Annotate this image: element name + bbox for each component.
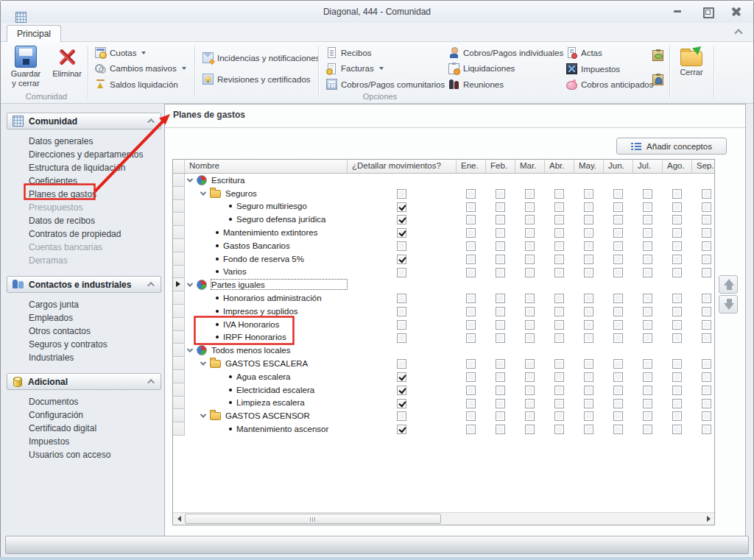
- month-checkbox-abr[interactable]: [554, 386, 564, 395]
- month-checkbox-abr[interactable]: [554, 294, 564, 303]
- month-checkbox-ago[interactable]: [672, 359, 682, 369]
- month-checkbox-ago[interactable]: [672, 268, 682, 277]
- month-checkbox-sep[interactable]: [702, 202, 711, 212]
- month-checkbox-jul[interactable]: [643, 202, 652, 212]
- month-checkbox-mar[interactable]: [525, 241, 535, 251]
- detallar-checkbox[interactable]: [397, 268, 406, 277]
- month-checkbox-feb[interactable]: [496, 255, 505, 264]
- recibos-button[interactable]: Recibos: [326, 47, 441, 58]
- grid-row-honorarios-administracion[interactable]: Honorarios administración: [173, 291, 714, 305]
- month-checkbox-jun[interactable]: [613, 411, 623, 421]
- sidebar-item-otros-contactos[interactable]: Otros contactos: [29, 325, 161, 338]
- cobros-anticipados-button[interactable]: Cobros anticipados: [566, 79, 649, 90]
- grid-row-electricidad-escalera[interactable]: Electricidad escalera: [173, 383, 714, 397]
- column-header-nombre[interactable]: Nombre: [185, 160, 348, 173]
- horizontal-scrollbar[interactable]: [173, 512, 714, 525]
- column-header-ene[interactable]: Ene.: [457, 160, 486, 173]
- chevron-up-icon[interactable]: [147, 282, 155, 289]
- month-checkbox-sep[interactable]: [702, 228, 711, 238]
- month-checkbox-ago[interactable]: [672, 411, 682, 421]
- month-checkbox-sep[interactable]: [702, 294, 711, 303]
- month-checkbox-feb[interactable]: [496, 189, 505, 199]
- facturas-button[interactable]: Facturas: [326, 63, 441, 74]
- month-checkbox-mar[interactable]: [525, 268, 535, 277]
- month-checkbox-jun[interactable]: [613, 359, 623, 369]
- cambios-masivos-button[interactable]: Cambios masivos: [95, 63, 194, 74]
- month-checkbox-jul[interactable]: [643, 411, 652, 421]
- row-indicator-cell[interactable]: [173, 357, 185, 370]
- month-checkbox-mar[interactable]: [525, 202, 535, 212]
- month-checkbox-may[interactable]: [584, 333, 593, 343]
- month-checkbox-mar[interactable]: [525, 386, 535, 395]
- detallar-checkbox[interactable]: [397, 359, 406, 369]
- month-checkbox-jun[interactable]: [613, 202, 623, 212]
- month-checkbox-jun[interactable]: [613, 372, 623, 382]
- month-checkbox-abr[interactable]: [554, 320, 564, 330]
- month-checkbox-jun[interactable]: [613, 320, 623, 330]
- impuestos-button[interactable]: Impuestos: [566, 63, 649, 74]
- grid-row-seguro-defensa-juridica[interactable]: Seguro defensa jurídica: [173, 213, 714, 226]
- detallar-checkbox[interactable]: [397, 425, 406, 434]
- row-indicator-cell[interactable]: [173, 252, 185, 266]
- month-checkbox-jul[interactable]: [643, 189, 652, 199]
- month-checkbox-jun[interactable]: [613, 307, 623, 316]
- row-indicator-cell[interactable]: [173, 278, 185, 291]
- scroll-left-button[interactable]: [173, 513, 185, 525]
- grid-row-todos-menos-locales[interactable]: Todos menos locales: [173, 344, 714, 357]
- month-checkbox-may[interactable]: [584, 228, 593, 238]
- month-checkbox-jun[interactable]: [613, 333, 623, 343]
- month-checkbox-feb[interactable]: [496, 307, 505, 316]
- month-checkbox-may[interactable]: [584, 268, 593, 277]
- month-checkbox-feb[interactable]: [496, 425, 505, 434]
- sidebar-item-seguros-y-contratos[interactable]: Seguros y contratos: [29, 338, 161, 351]
- row-indicator-cell[interactable]: [173, 383, 185, 397]
- month-checkbox-jul[interactable]: [643, 425, 652, 434]
- month-checkbox-sep[interactable]: [702, 255, 711, 264]
- sidebar-item-configuracion[interactable]: Configuración: [29, 408, 161, 422]
- month-checkbox-jul[interactable]: [643, 215, 652, 224]
- month-checkbox-jul[interactable]: [643, 294, 652, 303]
- month-checkbox-jun[interactable]: [613, 215, 623, 224]
- month-checkbox-mar[interactable]: [525, 333, 535, 343]
- month-checkbox-sep[interactable]: [702, 386, 711, 395]
- expander-icon[interactable]: [187, 176, 193, 182]
- sidebar-item-datos-de-recibos[interactable]: Datos de recibos: [29, 214, 161, 227]
- month-checkbox-ene[interactable]: [466, 307, 476, 316]
- month-checkbox-feb[interactable]: [496, 202, 505, 212]
- month-checkbox-mar[interactable]: [525, 255, 535, 264]
- detallar-checkbox[interactable]: [397, 411, 406, 421]
- detallar-checkbox[interactable]: [397, 215, 406, 224]
- grid-row-agua-escalera[interactable]: Agua escalera: [173, 370, 714, 383]
- month-checkbox-ene[interactable]: [466, 294, 476, 303]
- row-indicator-cell[interactable]: [173, 422, 185, 436]
- sidebar-item-planes-de-gastos[interactable]: Planes de gastos: [29, 188, 161, 201]
- month-checkbox-sep[interactable]: [702, 399, 711, 408]
- month-checkbox-may[interactable]: [584, 189, 593, 199]
- column-header-abr[interactable]: Abr.: [545, 160, 574, 173]
- row-indicator-cell[interactable]: [173, 239, 185, 252]
- month-checkbox-ene[interactable]: [466, 425, 476, 434]
- grid-row-fondo-de-reserva-5[interactable]: Fondo de reserva 5%: [173, 252, 714, 266]
- grid-row-partes-iguales[interactable]: Partes iguales: [173, 278, 714, 291]
- month-checkbox-jun[interactable]: [613, 255, 623, 264]
- row-indicator-cell[interactable]: [173, 409, 185, 422]
- month-checkbox-may[interactable]: [584, 359, 593, 369]
- sidebar-item-cuentas-bancarias[interactable]: Cuentas bancarias: [29, 241, 161, 254]
- month-checkbox-sep[interactable]: [702, 425, 711, 434]
- month-checkbox-ene[interactable]: [466, 189, 476, 199]
- month-checkbox-mar[interactable]: [525, 189, 535, 199]
- clipboard-coins-button[interactable]: [649, 46, 666, 64]
- month-checkbox-may[interactable]: [584, 411, 593, 421]
- month-checkbox-abr[interactable]: [554, 333, 564, 343]
- expander-icon[interactable]: [200, 359, 206, 365]
- detallar-checkbox[interactable]: [397, 202, 406, 212]
- month-checkbox-abr[interactable]: [554, 228, 564, 238]
- reuniones-button[interactable]: Reuniones: [448, 79, 559, 90]
- month-checkbox-jul[interactable]: [643, 307, 652, 316]
- month-checkbox-sep[interactable]: [702, 411, 711, 421]
- month-checkbox-mar[interactable]: [525, 228, 535, 238]
- month-checkbox-feb[interactable]: [496, 359, 505, 369]
- row-indicator-cell[interactable]: [173, 187, 185, 200]
- detallar-checkbox[interactable]: [397, 241, 406, 251]
- month-checkbox-jul[interactable]: [643, 359, 652, 369]
